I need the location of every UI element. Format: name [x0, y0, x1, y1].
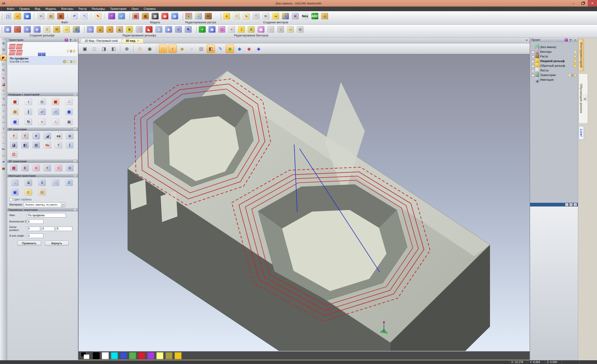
lamp-icon[interactable] — [73, 60, 75, 63]
feature-machine-icon[interactable]: ◧ — [21, 142, 29, 148]
save-toolpath-model-icon[interactable]: ▦ — [11, 119, 19, 125]
menu-item-vectors[interactable]: Векторы — [59, 7, 76, 11]
machine-order-icon[interactable]: № — [44, 142, 51, 148]
spin-view-icon[interactable]: ◉ — [146, 44, 154, 53]
model-open-icon[interactable]: ▥ — [142, 13, 149, 19]
delete-material-icon[interactable]: ▱ — [52, 109, 59, 115]
zoom-tool-icon[interactable]: ⊕ — [0, 41, 7, 46]
text-grid-icon[interactable]: ABC — [311, 13, 318, 19]
profile-toolpath-icon[interactable]: T — [10, 133, 17, 139]
panel-close-icon[interactable]: × — [573, 39, 577, 41]
knife-sculpt-icon[interactable]: ✏ — [0, 147, 7, 152]
tool-color-icon[interactable] — [63, 60, 66, 63]
safe-z-input[interactable] — [27, 219, 43, 224]
reset-block-icon[interactable]: □ — [52, 179, 59, 186]
drape-relief-icon[interactable]: ◣ — [146, 26, 152, 33]
home-x-input[interactable] — [27, 227, 40, 231]
license-icon[interactable]: ✓ — [118, 13, 125, 19]
smooth-relief-icon[interactable]: ◇ — [87, 26, 94, 33]
spray-tool-icon[interactable]: ≋ — [0, 88, 7, 93]
delete-block-icon[interactable]: ∅ — [65, 179, 73, 186]
pin-icon[interactable] — [569, 39, 572, 41]
arc-tool-icon[interactable]: ◠ — [0, 120, 7, 126]
lamp-icon[interactable] — [574, 64, 576, 67]
flood-fill-icon[interactable]: ◪ — [0, 82, 7, 87]
slice-model-icon[interactable]: ◪ — [10, 142, 17, 148]
rotary-setup-icon[interactable]: ↻ — [25, 119, 32, 125]
view-tab-2d[interactable]: 2D Вид - Растровый слой — [80, 38, 122, 43]
wave-distort-icon[interactable]: ≈ — [228, 26, 235, 33]
paint-toggle-icon[interactable]: ✎ — [216, 44, 225, 53]
vector-outline-icon[interactable]: ○ — [195, 13, 202, 19]
polyline-tool-icon[interactable]: ∿ — [0, 96, 7, 101]
slot-icon[interactable]: ▭ — [287, 26, 294, 33]
x-view-icon[interactable]: □ — [90, 44, 99, 53]
select-arrow-icon[interactable]: ◤ — [0, 55, 7, 61]
raster-to-vector-icon[interactable]: ◗ — [185, 13, 192, 19]
lamp-icon[interactable] — [70, 50, 72, 53]
add-vectors-icon[interactable]: + — [199, 26, 206, 33]
zoom-view-icon[interactable]: ⊕ — [123, 44, 131, 53]
iso-view-icon[interactable]: ▣ — [81, 44, 89, 53]
interactive-sculpt-icon[interactable]: ☆ — [175, 26, 182, 33]
lamp-icon[interactable] — [67, 60, 69, 63]
panel-close-icon[interactable]: × — [73, 39, 77, 41]
vector-doctor-icon[interactable]: ◔ — [282, 13, 289, 19]
dome-sculpt-icon[interactable]: ◓ — [0, 135, 7, 140]
lamp-icon[interactable] — [574, 60, 576, 63]
new-file-icon[interactable]: ▢ — [4, 13, 11, 19]
palette-swatch[interactable] — [129, 352, 136, 359]
load-simulation-icon[interactable]: ◧ — [25, 189, 32, 196]
lamp-icon[interactable] — [574, 55, 576, 58]
sculpt-smooth-icon[interactable]: ● — [106, 26, 113, 33]
lamp-icon[interactable] — [574, 74, 576, 77]
palette-swatch[interactable] — [111, 352, 118, 359]
collapse-icon[interactable]: ▲ — [73, 174, 77, 177]
text-tool-icon[interactable]: T — [0, 126, 7, 132]
palette-reduce-icon[interactable]: ✂ — [205, 13, 212, 19]
scroll-up-icon[interactable]: ↑ — [38, 53, 41, 56]
panel-splitter[interactable]: ▪ ▾ ▴ — [530, 203, 578, 206]
paste-array-icon[interactable]: ∷ — [233, 13, 240, 19]
pencil-tool-icon[interactable]: ✎ — [0, 76, 7, 81]
relief-toggle-icon[interactable]: ◆ — [178, 44, 186, 53]
area-clearance-icon[interactable]: T — [21, 133, 29, 139]
menu-item-model[interactable]: Модель — [43, 7, 59, 11]
palette-swatch[interactable] — [156, 352, 164, 359]
simulate-all-icon[interactable]: ⇓ — [38, 179, 46, 186]
palette-swatch[interactable] — [174, 352, 182, 359]
home-z-input[interactable] — [56, 227, 72, 231]
collapse-icon[interactable]: ▲ — [73, 160, 77, 163]
light-icon[interactable]: ⊙ — [136, 44, 144, 53]
simulate-toolpath-icon[interactable]: ↓ — [11, 179, 19, 186]
pan-globe-icon[interactable]: ◎ — [0, 47, 7, 52]
texture-toggle-icon[interactable]: ▨ — [197, 44, 205, 53]
bridge-fillet-icon[interactable]: ≋ — [292, 13, 299, 19]
star-relief-icon[interactable]: ★ — [24, 26, 31, 33]
weld-vectors-icon[interactable]: ○ — [267, 26, 274, 33]
toolpath-toggle-icon[interactable]: ◈ — [226, 44, 234, 53]
redo-icon[interactable]: ↷ — [81, 13, 88, 19]
zlevel-rough-icon[interactable]: E — [21, 165, 29, 171]
offset-vector-icon[interactable]: ↝ — [272, 13, 279, 19]
expand-down-icon[interactable]: ▾ — [569, 203, 573, 206]
y-view-icon[interactable]: ◨ — [100, 44, 108, 53]
model-size-icon[interactable]: ▥ — [132, 13, 139, 19]
polygon-tool-icon[interactable]: ⌂ — [0, 114, 7, 119]
lamp-icon[interactable] — [569, 74, 571, 77]
tool-database-icon[interactable]: ∥ — [25, 109, 32, 115]
section-3d-toolpaths[interactable]: 3D траектории ▲ — [7, 159, 78, 163]
save-simulation-icon[interactable]: ▣ — [11, 189, 19, 196]
section-2d-toolpaths[interactable]: 2D траектории ▲ — [7, 127, 78, 131]
side-tab-toolbox[interactable]: Инструментарий — [579, 39, 584, 71]
chisel-sculpt-icon[interactable]: ▱ — [0, 153, 7, 158]
tutorials-icon[interactable]: ✎ — [583, 95, 587, 101]
menu-item-toolpaths[interactable]: Траектории — [108, 7, 129, 11]
tree-item-simulation[interactable]: ◪Имитация — [530, 78, 578, 82]
menu-item-bitmap[interactable]: Растр — [76, 7, 89, 11]
lamp-icon[interactable] — [67, 50, 69, 53]
material-dropdown[interactable]: Значен. имитац. по умолч. ▼ — [24, 202, 65, 207]
menu-item-file[interactable]: Файл — [4, 7, 17, 11]
undo-icon[interactable]: ↶ — [71, 13, 78, 19]
mirror-relief-icon[interactable]: ◈ — [165, 26, 172, 33]
